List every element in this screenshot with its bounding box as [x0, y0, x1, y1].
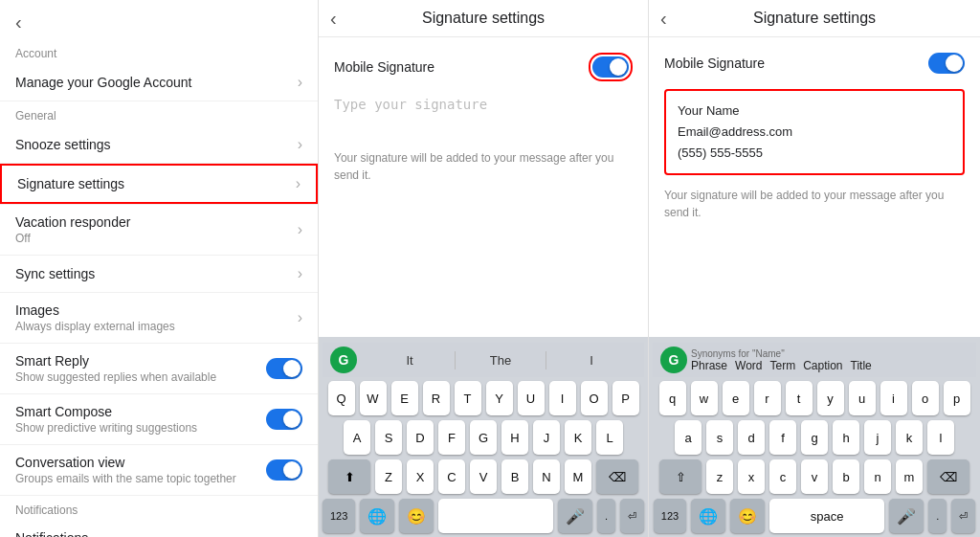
key-u-r[interactable]: u	[849, 381, 876, 415]
key-o[interactable]: O	[581, 381, 608, 415]
key-f[interactable]: F	[438, 420, 465, 455]
key-t[interactable]: T	[455, 381, 481, 415]
key-d[interactable]: D	[407, 420, 434, 455]
autocomplete-i[interactable]: I	[546, 351, 636, 369]
key-v[interactable]: V	[470, 459, 497, 494]
key-l[interactable]: L	[596, 420, 623, 455]
key-h-r[interactable]: h	[833, 420, 859, 455]
autocomplete-it[interactable]: It	[365, 351, 456, 369]
key-v-r[interactable]: v	[801, 459, 828, 494]
key-123-mid[interactable]: 123	[323, 499, 355, 533]
menu-item-signature[interactable]: Signature settings ›	[0, 164, 318, 204]
key-a[interactable]: A	[344, 420, 370, 455]
key-b-r[interactable]: b	[833, 459, 859, 494]
menu-item-notifications[interactable]: Notifications All new mail ›	[0, 521, 318, 537]
smart-compose-toggle[interactable]	[266, 409, 302, 430]
key-n[interactable]: N	[533, 459, 560, 494]
key-p[interactable]: P	[612, 381, 639, 415]
key-b[interactable]: B	[501, 459, 528, 494]
conversation-toggle[interactable]	[266, 459, 302, 481]
key-c-r[interactable]: c	[769, 459, 796, 494]
syn-term[interactable]: Term	[769, 359, 795, 372]
signature-input-mid[interactable]	[334, 97, 633, 135]
key-shift[interactable]: ⬆	[328, 459, 370, 494]
key-r[interactable]: R	[423, 381, 450, 415]
key-e-r[interactable]: e	[723, 381, 749, 415]
key-globe-mid[interactable]: 🌐	[360, 499, 394, 533]
key-w-r[interactable]: w	[691, 381, 718, 415]
key-q-r[interactable]: q	[659, 381, 686, 415]
key-123-right[interactable]: 123	[654, 499, 686, 533]
key-y[interactable]: Y	[486, 381, 513, 415]
key-backspace[interactable]: ⌫	[596, 459, 638, 494]
key-emoji-mid[interactable]: 😊	[399, 499, 434, 533]
menu-item-smart-compose[interactable]: Smart Compose Show predictive writing su…	[0, 394, 318, 444]
menu-item-vacation[interactable]: Vacation responder Off ›	[0, 205, 318, 255]
key-space-mid[interactable]	[438, 499, 553, 533]
key-m[interactable]: M	[565, 459, 591, 494]
key-t-r[interactable]: t	[786, 381, 813, 415]
key-u[interactable]: U	[518, 381, 545, 415]
autocomplete-the[interactable]: The	[456, 351, 546, 369]
key-z-r[interactable]: z	[706, 459, 733, 494]
key-d-r[interactable]: d	[738, 420, 765, 455]
key-return-mid[interactable]: ⏎	[620, 499, 644, 533]
key-period-right[interactable]: .	[928, 499, 947, 533]
key-i[interactable]: I	[549, 381, 576, 415]
key-y-r[interactable]: y	[817, 381, 844, 415]
key-mic-right[interactable]: 🎤	[889, 499, 924, 533]
back-arrow-mid[interactable]: ‹	[330, 8, 337, 30]
key-space-right[interactable]: space	[769, 499, 884, 533]
key-x-r[interactable]: x	[738, 459, 765, 494]
key-q[interactable]: Q	[328, 381, 355, 415]
key-k[interactable]: K	[565, 420, 591, 455]
key-i-r[interactable]: i	[880, 381, 907, 415]
menu-item-manage-google[interactable]: Manage your Google Account ›	[0, 64, 318, 101]
key-h[interactable]: H	[501, 420, 528, 455]
signature-panel-right: ‹ Signature settings Mobile Signature Yo…	[649, 0, 980, 537]
key-s-r[interactable]: s	[706, 420, 733, 455]
key-c[interactable]: C	[438, 459, 465, 494]
key-w[interactable]: W	[360, 381, 387, 415]
back-arrow-left[interactable]: ‹	[15, 11, 22, 34]
key-g[interactable]: G	[470, 420, 497, 455]
back-arrow-right[interactable]: ‹	[660, 8, 667, 30]
key-backspace-r[interactable]: ⌫	[927, 459, 969, 494]
mobile-sig-toggle-mid[interactable]	[592, 56, 629, 78]
menu-item-snooze[interactable]: Snooze settings ›	[0, 126, 318, 163]
syn-word[interactable]: Word	[735, 359, 762, 372]
key-g-r[interactable]: g	[801, 420, 828, 455]
key-emoji-right[interactable]: 😊	[730, 499, 765, 533]
key-r-r[interactable]: r	[754, 381, 781, 415]
key-e[interactable]: E	[391, 381, 418, 415]
mobile-sig-toggle-right[interactable]	[928, 53, 965, 74]
key-mic-mid[interactable]: 🎤	[558, 499, 592, 533]
menu-item-smart-reply[interactable]: Smart Reply Show suggested replies when …	[0, 344, 318, 393]
key-f-r[interactable]: f	[769, 420, 796, 455]
key-j-r[interactable]: j	[864, 420, 891, 455]
key-p-r[interactable]: p	[944, 381, 970, 415]
smart-reply-toggle[interactable]	[266, 358, 302, 379]
key-x[interactable]: X	[407, 459, 434, 494]
syn-title[interactable]: Title	[851, 359, 872, 372]
syn-caption[interactable]: Caption	[803, 359, 842, 372]
menu-item-images[interactable]: Images Always display external images ›	[0, 293, 318, 343]
syn-phrase[interactable]: Phrase	[691, 359, 727, 372]
key-period-mid[interactable]: .	[597, 499, 615, 533]
key-shift-r[interactable]: ⇧	[659, 459, 702, 494]
key-l-r[interactable]: l	[927, 420, 954, 455]
key-m-r[interactable]: m	[896, 459, 923, 494]
key-k-r[interactable]: k	[896, 420, 923, 455]
menu-item-sync[interactable]: Sync settings ›	[0, 256, 318, 292]
key-j[interactable]: J	[533, 420, 560, 455]
key-return-right[interactable]: ⏎	[951, 499, 975, 533]
signature-text-box[interactable]: Your Name Email@address.com (555) 555-55…	[664, 89, 965, 175]
key-z[interactable]: Z	[375, 459, 402, 494]
key-n-r[interactable]: n	[864, 459, 891, 494]
key-o-r[interactable]: o	[912, 381, 939, 415]
key-globe-right[interactable]: 🌐	[691, 499, 725, 533]
key-a-r[interactable]: a	[675, 420, 702, 455]
menu-item-conversation[interactable]: Conversation view Groups emails with the…	[0, 445, 318, 495]
key-s[interactable]: S	[375, 420, 402, 455]
mobile-sig-row-right: Mobile Signature	[664, 53, 965, 74]
